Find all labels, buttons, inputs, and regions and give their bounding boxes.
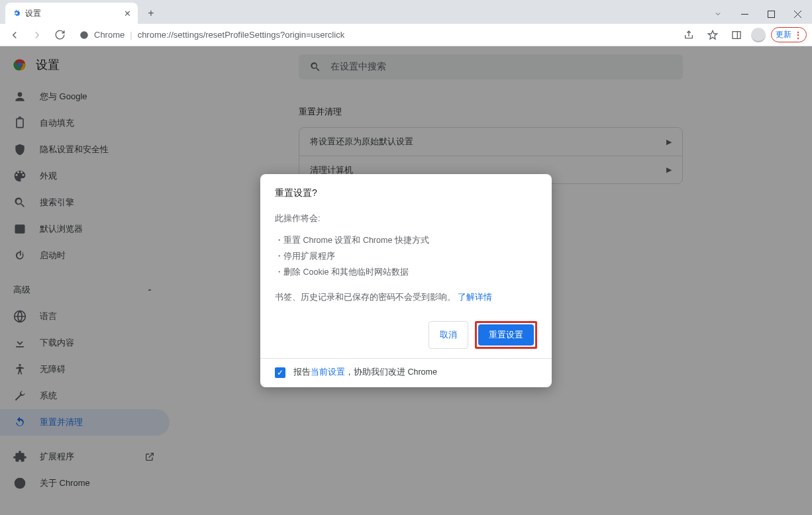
modal-overlay: 重置设置? 此操作将会: ・重置 Chrome 设置和 Chrome 快捷方式 …: [0, 46, 812, 515]
svg-rect-0: [741, 14, 748, 15]
tab-strip: 设置 ✕ +: [0, 0, 812, 24]
browser-tab[interactable]: 设置 ✕: [5, 3, 138, 24]
dialog-bullet: ・停用扩展程序: [275, 249, 537, 265]
separator: |: [130, 30, 132, 40]
report-checkbox[interactable]: ✓: [275, 367, 285, 378]
app-label: Chrome: [94, 30, 125, 40]
svg-point-4: [80, 31, 88, 39]
profile-avatar[interactable]: [751, 28, 766, 42]
dialog-footer: ✓ 报告当前设置，协助我们改进 Chrome: [275, 367, 537, 378]
svg-rect-1: [768, 11, 774, 17]
dialog-body: 此操作将会: ・重置 Chrome 设置和 Chrome 快捷方式 ・停用扩展程…: [275, 211, 537, 306]
browser-toolbar: Chrome | chrome://settings/resetProfileS…: [0, 24, 812, 46]
dialog-actions: 取消 重置设置: [275, 321, 537, 349]
update-button[interactable]: 更新 ⋮: [771, 27, 807, 42]
dialog-bullet: ・重置 Chrome 设置和 Chrome 快捷方式: [275, 233, 537, 249]
highlight-annotation: 重置设置: [475, 321, 537, 349]
dialog-title: 重置设置?: [275, 187, 537, 199]
dialog-bullet: ・删除 Cookie 和其他临时网站数据: [275, 265, 537, 281]
cancel-button[interactable]: 取消: [429, 321, 468, 349]
current-settings-link[interactable]: 当前设置: [311, 367, 345, 377]
gear-icon: [12, 9, 21, 18]
window-controls: [705, 4, 811, 24]
chevron-down-icon[interactable]: [705, 4, 731, 24]
dialog-intro: 此操作将会:: [275, 211, 537, 227]
dialog-note: 书签、历史记录和已保存的密码不会受到影响。: [275, 293, 456, 302]
reset-confirm-button[interactable]: 重置设置: [478, 324, 534, 346]
back-button[interactable]: [5, 26, 24, 44]
close-window-button[interactable]: [784, 4, 811, 24]
learn-more-link[interactable]: 了解详情: [458, 293, 492, 302]
share-icon[interactable]: [680, 26, 698, 44]
report-label: 报告当前设置，协助我们改进 Chrome: [293, 367, 437, 378]
bookmark-icon[interactable]: [703, 26, 722, 44]
minimize-button[interactable]: [731, 4, 758, 24]
reload-button[interactable]: [50, 26, 69, 44]
reset-dialog: 重置设置? 此操作将会: ・重置 Chrome 设置和 Chrome 快捷方式 …: [260, 174, 552, 388]
chrome-icon: [79, 30, 89, 40]
address-bar[interactable]: Chrome | chrome://settings/resetProfileS…: [73, 26, 676, 44]
new-tab-button[interactable]: +: [142, 4, 160, 23]
close-icon[interactable]: ✕: [124, 9, 131, 19]
url-text: chrome://settings/resetProfileSettings?o…: [138, 30, 345, 40]
update-label: 更新: [776, 29, 791, 40]
panel-icon[interactable]: [727, 26, 746, 44]
forward-button[interactable]: [28, 26, 46, 44]
divider: [260, 358, 552, 359]
tab-title: 设置: [25, 8, 41, 19]
svg-rect-5: [733, 31, 740, 38]
menu-dots-icon: ⋮: [794, 30, 802, 40]
maximize-button[interactable]: [758, 4, 784, 24]
